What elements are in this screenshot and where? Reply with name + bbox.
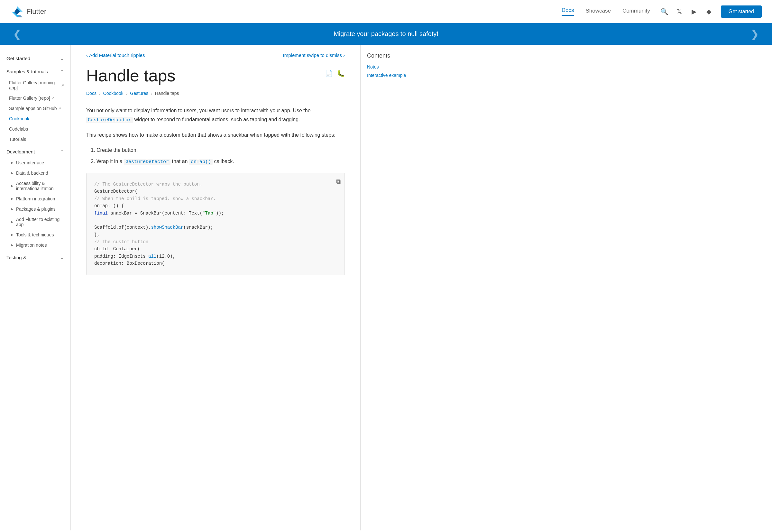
external-link-icon: ↗ xyxy=(61,83,64,87)
copy-button[interactable]: ⧉ xyxy=(336,177,341,187)
intro-paragraph-2: This recipe shows how to make a custom b… xyxy=(86,131,345,139)
steps-list: Create the button. Wrap it in a GestureD… xyxy=(86,146,345,166)
breadcrumb-sep-1: › xyxy=(99,91,101,96)
chevron-left-icon: ‹ xyxy=(86,52,88,58)
code-line-5: final snackBar = SnackBar(content: Text(… xyxy=(94,210,337,217)
sidebar-item-migration-notes[interactable]: ► Migration notes xyxy=(0,240,70,250)
external-link-icon: ↗ xyxy=(51,96,54,100)
arrow-right-icon: ► xyxy=(10,233,14,237)
page-title-icons: 📄 🐛 xyxy=(325,69,345,77)
sidebar-item-add-flutter[interactable]: ► Add Flutter to existing app xyxy=(0,214,70,230)
breadcrumb-sep-2: › xyxy=(126,91,128,96)
twitter-icon[interactable]: 𝕏 xyxy=(675,7,684,16)
gesture-detector-link-1[interactable]: GestureDetector xyxy=(86,117,133,123)
code-line-8: }, xyxy=(94,231,337,238)
step-2: Wrap it in a GestureDetector that an onT… xyxy=(97,157,345,166)
page-layout: Get started ⌄ Samples & tutorials ⌃ Flut… xyxy=(0,45,772,530)
breadcrumb-cookbook[interactable]: Cookbook xyxy=(103,91,124,96)
sidebar-get-started-label: Get started xyxy=(6,56,30,61)
sidebar-samples-header[interactable]: Samples & tutorials ⌃ xyxy=(0,66,70,78)
step-1: Create the button. xyxy=(97,146,345,154)
sidebar-get-started-header[interactable]: Get started ⌄ xyxy=(0,52,70,64)
content-body: You not only want to display information… xyxy=(86,106,345,275)
file-icon[interactable]: 📄 xyxy=(325,69,333,77)
code-line-blank xyxy=(94,217,337,224)
sidebar-item-data-backend[interactable]: ► Data & backend xyxy=(0,168,70,178)
sidebar-item-codelabs[interactable]: Codelabs xyxy=(0,124,70,134)
ontap-link[interactable]: onTap() xyxy=(189,159,213,165)
sidebar-section-get-started: Get started ⌄ xyxy=(0,52,70,64)
code-line-11: padding: EdgeInsets.all(12.0), xyxy=(94,253,337,260)
prev-page-link[interactable]: ‹ Add Material touch ripples xyxy=(86,52,145,58)
breadcrumb: Docs › Cookbook › Gestures › Handle taps xyxy=(86,91,345,96)
breadcrumb-current: Handle taps xyxy=(155,91,179,96)
sidebar-item-label: Tutorials xyxy=(9,137,26,142)
code-line-3: // When the child is tapped, show a snac… xyxy=(94,195,337,202)
next-page-link[interactable]: Implement swipe to dismiss › xyxy=(283,52,345,58)
sidebar-item-cookbook[interactable]: Cookbook xyxy=(0,114,70,124)
sidebar-item-tools-techniques[interactable]: ► Tools & techniques xyxy=(0,230,70,240)
sidebar-item-tutorials[interactable]: Tutorials xyxy=(0,134,70,144)
code-line-2: GestureDetector( xyxy=(94,188,337,195)
sidebar-item-label: Packages & plugins xyxy=(16,206,56,212)
sidebar-samples-label: Samples & tutorials xyxy=(6,69,48,74)
nav-docs[interactable]: Docs xyxy=(562,7,574,16)
intro-paragraph-1: You not only want to display information… xyxy=(86,106,345,124)
chevron-right-icon: › xyxy=(343,52,345,58)
get-started-button[interactable]: Get started xyxy=(721,5,762,18)
breadcrumb-gestures[interactable]: Gestures xyxy=(130,91,148,96)
arrow-right-icon: ► xyxy=(10,220,14,224)
sidebar: Get started ⌄ Samples & tutorials ⌃ Flut… xyxy=(0,45,71,530)
chevron-down-icon: ⌄ xyxy=(60,255,64,260)
sidebar-section-testing: Testing & ⌄ xyxy=(0,252,70,263)
sidebar-development-header[interactable]: Development ⌃ xyxy=(0,146,70,158)
sidebar-item-label: Data & backend xyxy=(16,170,48,176)
breadcrumb-docs[interactable]: Docs xyxy=(86,91,97,96)
flutter-logo-icon xyxy=(10,5,23,18)
page-title: Handle taps xyxy=(86,66,176,86)
sidebar-testing-header[interactable]: Testing & ⌄ xyxy=(0,252,70,263)
sidebar-testing-label: Testing & xyxy=(6,255,26,260)
next-page-label: Implement swipe to dismiss xyxy=(283,52,342,58)
sidebar-item-label: Tools & techniques xyxy=(16,232,54,237)
code-block: ⧉ // The GestureDetector wraps the butto… xyxy=(86,173,345,275)
sidebar-item-platform-integration[interactable]: ► Platform integration xyxy=(0,194,70,204)
contents-link-interactive-example[interactable]: Interactive example xyxy=(367,73,425,78)
header: Flutter Docs Showcase Community 🔍 𝕏 ▶ ◆ … xyxy=(0,0,772,23)
banner: ❮ Migrate your packages to null safety! … xyxy=(0,23,772,45)
bug-icon[interactable]: 🐛 xyxy=(337,69,345,77)
arrow-right-icon: ► xyxy=(10,207,14,211)
sidebar-item-accessibility[interactable]: ► Accessibility & internationalization xyxy=(0,178,70,194)
gesture-detector-link-2[interactable]: GestureDetector xyxy=(124,159,170,165)
arrow-right-icon: ► xyxy=(10,184,14,188)
nav-community[interactable]: Community xyxy=(622,8,650,15)
arrow-right-icon: ► xyxy=(10,243,14,247)
sidebar-item-label: Migration notes xyxy=(16,243,47,248)
prev-next-nav: ‹ Add Material touch ripples Implement s… xyxy=(86,52,345,58)
youtube-icon[interactable]: ▶ xyxy=(690,7,698,16)
code-line-10: child: Container( xyxy=(94,245,337,252)
search-icon[interactable]: 🔍 xyxy=(660,7,669,16)
sidebar-item-user-interface[interactable]: ► User interface xyxy=(0,158,70,168)
nav-showcase[interactable]: Showcase xyxy=(585,8,611,15)
arrow-right-icon: ► xyxy=(10,197,14,201)
sidebar-development-label: Development xyxy=(6,149,35,154)
sidebar-item-flutter-gallery-running[interactable]: Flutter Gallery [running app] ↗ xyxy=(0,78,70,93)
sidebar-item-flutter-gallery-repo[interactable]: Flutter Gallery [repo] ↗ xyxy=(0,93,70,103)
chevron-up-icon: ⌃ xyxy=(60,149,64,154)
sidebar-item-packages-plugins[interactable]: ► Packages & plugins xyxy=(0,204,70,214)
banner-prev-arrow[interactable]: ❮ xyxy=(13,28,22,40)
logo-text: Flutter xyxy=(26,7,46,16)
code-line-4: onTap: () { xyxy=(94,202,337,209)
github-icon[interactable]: ◆ xyxy=(705,7,713,16)
code-line-1: // The GestureDetector wraps the button. xyxy=(94,181,337,188)
external-link-icon: ↗ xyxy=(58,106,61,111)
logo[interactable]: Flutter xyxy=(10,5,46,18)
arrow-right-icon: ► xyxy=(10,171,14,175)
right-panel: Contents Notes Interactive example xyxy=(360,45,431,530)
prev-page-label: Add Material touch ripples xyxy=(89,52,145,58)
sidebar-section-samples: Samples & tutorials ⌃ Flutter Gallery [r… xyxy=(0,66,70,144)
sidebar-item-sample-apps[interactable]: Sample apps on GitHub ↗ xyxy=(0,103,70,114)
contents-link-notes[interactable]: Notes xyxy=(367,64,425,69)
banner-next-arrow[interactable]: ❯ xyxy=(750,28,759,40)
